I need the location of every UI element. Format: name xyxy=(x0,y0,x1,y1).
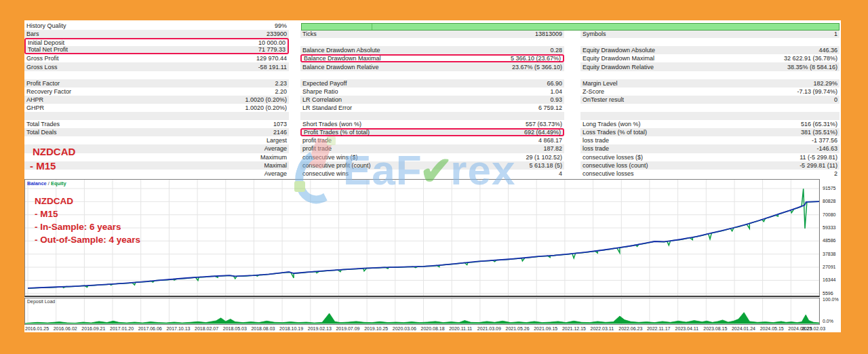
stat-value: 2146 xyxy=(273,128,287,136)
stat-row xyxy=(300,112,564,120)
stat-row: Profit Trades (% of total)692 (64.49%) xyxy=(300,128,564,136)
stat-value: 4 xyxy=(559,170,562,178)
chart-annotation-line: - M15 xyxy=(35,208,140,220)
stat-label: Equity Drawdown Absolute xyxy=(583,46,655,54)
x-axis-label: 2020.08.18 xyxy=(421,326,445,331)
stat-label: OnTester result xyxy=(583,96,624,104)
stat-row: GHPR1.0020 (0.20%) xyxy=(24,104,289,112)
stat-row: Total Deals2146 xyxy=(24,128,289,136)
stat-value: -146.63 xyxy=(816,144,837,153)
stat-value: 381 (35.51%) xyxy=(801,128,837,136)
x-axis-label: 2018.05.03 xyxy=(223,326,247,331)
balance-equity-chart xyxy=(25,180,819,296)
stat-value: 446.36 xyxy=(818,46,837,54)
stat-value: 38.35% (8 584.16) xyxy=(787,63,837,71)
stat-value: 1073 xyxy=(273,120,287,128)
x-axis-label: 2021.12.15 xyxy=(562,326,586,331)
stat-row: Bars233900 xyxy=(24,30,289,38)
stat-value: 692 (64.49%) xyxy=(524,128,561,136)
stat-row: consecutive wins ($)29 (1 102.52) xyxy=(300,153,564,161)
stat-value: 0.28 xyxy=(550,46,562,54)
stat-label: Gross Profit xyxy=(26,54,59,62)
stat-label: consecutive losses xyxy=(583,170,634,178)
stat-label: Loss Trades (% of total) xyxy=(583,128,647,136)
stat-label: Z-Score xyxy=(583,87,604,96)
x-axis-label: 2021.03.09 xyxy=(477,326,501,331)
x-axis-label: 2023.08.15 xyxy=(703,326,727,331)
stat-row: Gross Profit129 970.44 xyxy=(24,54,289,62)
stat-value: Average xyxy=(264,170,287,178)
x-axis-label: 2020.11.11 xyxy=(449,326,472,331)
stat-label: consecutive losses ($) xyxy=(583,153,643,161)
y-axis-label: 70080 xyxy=(823,212,835,217)
stat-value: -1 377.56 xyxy=(812,136,837,144)
stat-label: Short Trades (won %) xyxy=(302,120,361,128)
symbol-annotation: NZDCAD - M15 xyxy=(33,144,75,173)
balance-chart-area: Balance/Equity NZDCAD- M15- In-Sample: 6… xyxy=(24,179,841,332)
y-axis-label: 16344 xyxy=(823,277,835,282)
stat-value: 182.29% xyxy=(813,79,837,87)
stat-row: loss trade-1 377.56 xyxy=(580,136,840,144)
x-axis-label: 2017.01.20 xyxy=(110,326,134,331)
stat-value: 66.90 xyxy=(547,79,562,87)
stat-label: consecutive wins ($) xyxy=(302,153,358,161)
stat-label: Balance Drawdown Maximal xyxy=(304,54,381,62)
stat-value: 5 366.10 (23.67%) xyxy=(511,54,561,62)
stat-value: 233900 xyxy=(267,30,287,38)
stat-label: LR Correlation xyxy=(302,96,342,104)
stat-row: Total Trades1073 xyxy=(24,120,289,128)
stat-value: 11 (-5 299.81) xyxy=(800,153,837,161)
stat-label: profit trade xyxy=(302,136,332,144)
stat-label: Sharpe Ratio xyxy=(302,87,338,96)
stat-row: History Quality99% xyxy=(24,22,289,30)
legend-equity: Equity xyxy=(51,180,66,186)
stat-label: Equity Drawdown Maximal xyxy=(583,54,654,62)
stats-column-right: Symbols1Equity Drawdown Absolute446.36Eq… xyxy=(580,22,840,178)
stat-value: Maximal xyxy=(264,161,287,170)
stat-value: 1.04 xyxy=(550,87,562,96)
stat-row: consecutive wins4 xyxy=(300,170,564,178)
chart-annotation: NZDCAD- M15- In-Sample: 6 years- Out-of-… xyxy=(35,195,140,246)
test-progress-bar xyxy=(301,23,840,31)
stat-row: Profit Factor2.23 xyxy=(24,79,289,87)
stat-value: Average xyxy=(264,144,287,153)
y-axis-label: 48586 xyxy=(823,238,835,243)
stat-label: Balance Drawdown Absolute xyxy=(302,46,380,54)
chart-annotation-line: NZDCAD xyxy=(35,195,140,208)
stat-row xyxy=(300,38,564,46)
stat-row xyxy=(580,104,840,112)
stat-label: AHPR xyxy=(26,96,43,104)
stat-row xyxy=(580,38,840,46)
stat-row: Short Trades (won %)557 (63.73%) xyxy=(300,120,564,128)
x-axis-label: 2016.09.21 xyxy=(81,326,105,331)
stat-value: -58 191.11 xyxy=(258,63,287,71)
stat-row: LR Correlation0.93 xyxy=(300,96,564,104)
stat-row: Loss Trades (% of total)381 (35.51%) xyxy=(580,128,840,136)
stat-label: Equity Drawdown Relative xyxy=(583,63,654,71)
stat-row: Margin Level182.29% xyxy=(580,79,840,87)
report-content: History Quality99%Bars233900Initial Depo… xyxy=(24,20,841,332)
stat-label: profit trade xyxy=(302,144,332,153)
annotation-timeframe: - M15 xyxy=(30,159,75,173)
stat-value: 2.23 xyxy=(275,79,287,87)
stat-row: consecutive loss (count)-5 299.81 (11) xyxy=(580,161,840,170)
stat-label: loss trade xyxy=(583,136,609,144)
x-axis-label: 2024.01.24 xyxy=(732,326,755,331)
stat-row: Symbols1 xyxy=(580,30,840,38)
stat-value: -7.13 (99.74%) xyxy=(797,87,837,96)
legend-balance: Balance xyxy=(27,180,47,186)
stat-row: profit trade187.82 xyxy=(300,144,564,153)
stat-value: 1.0020 (0.20%) xyxy=(245,96,287,104)
stat-row: consecutive losses ($)11 (-5 299.81) xyxy=(580,153,840,161)
x-axis-label: 2018.10.19 xyxy=(279,326,303,331)
stat-label: Total Net Profit xyxy=(28,45,68,54)
x-axis-label: 2019.07.09 xyxy=(336,326,359,331)
stat-row xyxy=(580,71,840,79)
stat-label: Balance Drawdown Relative xyxy=(302,63,379,71)
stats-column-middle: Ticks13813009Balance Drawdown Absolute0.… xyxy=(300,22,564,178)
stat-row: consecutive profit (count)5 613.18 (5) xyxy=(300,161,564,170)
y-axis-label: 91575 xyxy=(823,186,835,191)
chart-annotation-line: - Out-of-Sample: 4 years xyxy=(35,233,140,246)
x-axis-label: 2020.03.06 xyxy=(393,326,416,331)
stat-label: loss trade xyxy=(583,144,609,153)
